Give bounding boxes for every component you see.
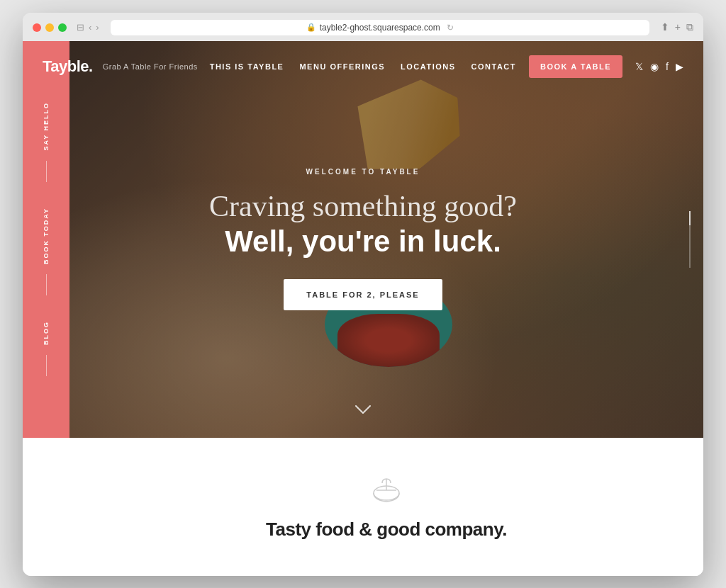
- close-button[interactable]: [33, 23, 41, 32]
- back-icon[interactable]: ‹: [89, 22, 91, 33]
- sidebar-say-hello-label: SAY HELLO: [43, 102, 50, 151]
- below-fold-heading: Tasty food & good company.: [266, 519, 507, 541]
- bowl-icon: [369, 473, 403, 507]
- youtube-icon[interactable]: ▶: [676, 61, 683, 72]
- hero-cta-button[interactable]: TABLE FOR 2, PLEASE: [284, 279, 442, 310]
- browser-nav-controls: ⊟ ‹ ›: [77, 22, 99, 33]
- sidebar-toggle-icon[interactable]: ⊟: [77, 22, 84, 33]
- nav-this-is-tayble[interactable]: THIS IS TAYBLE: [210, 62, 284, 71]
- hero-eyebrow: WELCOME TO TAYBLE: [306, 168, 420, 176]
- website-content: Tayble. Grab A Table For Friends THIS IS…: [23, 41, 703, 576]
- scroll-indicator: [689, 211, 691, 268]
- address-bar[interactable]: 🔒 tayble2-ghost.squarespace.com ↻: [111, 20, 649, 35]
- hero-section: Tayble. Grab A Table For Friends THIS IS…: [23, 41, 703, 438]
- refresh-icon[interactable]: ↻: [447, 23, 454, 33]
- browser-window: ⊟ ‹ › 🔒 tayble2-ghost.squarespace.com ↻ …: [23, 13, 703, 576]
- url-text: tayble2-ghost.squarespace.com: [320, 23, 440, 33]
- book-table-button[interactable]: BOOK A TABLE: [529, 55, 622, 78]
- main-nav: Tayble. Grab A Table For Friends THIS IS…: [23, 41, 703, 92]
- nav-contact[interactable]: CONTACT: [471, 62, 516, 71]
- site-tagline: Grab A Table For Friends: [103, 62, 198, 71]
- maximize-button[interactable]: [58, 23, 67, 32]
- twitter-icon[interactable]: 𝕏: [635, 61, 643, 72]
- sidebar-say-hello[interactable]: SAY HELLO: [43, 102, 50, 182]
- minimize-button[interactable]: [45, 23, 54, 32]
- nav-menu-offerings[interactable]: MENU OFFERINGS: [299, 62, 385, 71]
- browser-chrome: ⊟ ‹ › 🔒 tayble2-ghost.squarespace.com ↻ …: [23, 13, 703, 41]
- hero-heading-bold: Well, you're in luck.: [225, 225, 501, 258]
- share-icon[interactable]: ⬆: [661, 21, 669, 33]
- site-logo[interactable]: Tayble.: [43, 57, 93, 76]
- hero-heading-light: Craving something good?: [209, 190, 517, 222]
- facebook-icon[interactable]: f: [666, 61, 669, 72]
- hero-heading: Craving something good? Well, you're in …: [186, 188, 540, 260]
- instagram-icon[interactable]: ◉: [650, 61, 659, 72]
- sidebar-book-today[interactable]: BOOK TODAY: [43, 208, 50, 295]
- social-icons: 𝕏 ◉ f ▶: [635, 61, 683, 72]
- scroll-chevron[interactable]: [354, 402, 372, 418]
- below-fold-section: Tasty food & good company.: [69, 438, 703, 576]
- new-tab-icon[interactable]: +: [675, 21, 681, 33]
- forward-icon[interactable]: ›: [96, 22, 99, 33]
- nav-links: THIS IS TAYBLE MENU OFFERINGS LOCATIONS …: [210, 62, 516, 71]
- sidebar-left: SAY HELLO BOOK TODAY BLOG: [23, 41, 69, 438]
- sidebar-blog-label: BLOG: [43, 321, 50, 345]
- tabs-icon[interactable]: ⧉: [686, 21, 693, 33]
- sidebar-blog[interactable]: BLOG: [43, 321, 50, 376]
- browser-actions: ⬆ + ⧉: [661, 21, 693, 33]
- traffic-lights: [33, 23, 67, 32]
- lock-icon: 🔒: [306, 23, 316, 32]
- hero-content: WELCOME TO TAYBLE Craving something good…: [23, 41, 703, 438]
- sidebar-book-today-label: BOOK TODAY: [43, 208, 50, 264]
- nav-locations[interactable]: LOCATIONS: [401, 62, 455, 71]
